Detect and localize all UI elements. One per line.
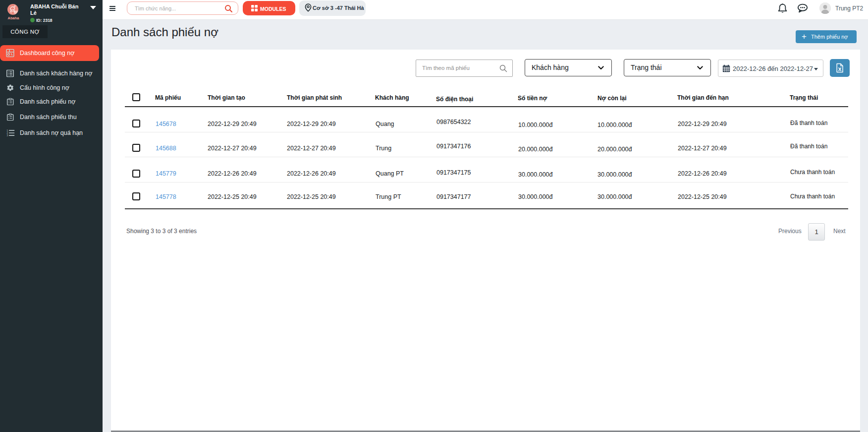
- svg-text:3: 3: [6, 134, 8, 136]
- svg-text:2: 2: [6, 131, 8, 134]
